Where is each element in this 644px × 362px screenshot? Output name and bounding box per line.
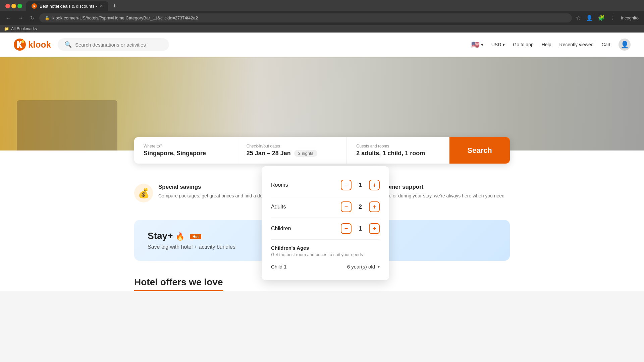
back-btn[interactable]: ←	[4, 14, 13, 22]
site-content: klook 🔍 🇺🇸 ▾ USD ▾ Go to app Help	[0, 33, 644, 291]
child1-age-row: Child 1 6 year(s) old ▾	[271, 261, 380, 272]
tab-title: Best hotel deals & discounts -	[40, 4, 97, 9]
klook-logo[interactable]: klook	[13, 38, 51, 51]
recently-viewed-link[interactable]: Recently viewed	[559, 42, 594, 47]
address-bar[interactable]: 🔒 klook.com/en-US/hotels/?spm=Home.Categ…	[39, 13, 572, 22]
new-tab-btn[interactable]: +	[110, 1, 119, 11]
window-maximize-btn[interactable]	[17, 4, 22, 8]
guests-value: 2 adults, 1 child, 1 room	[356, 150, 440, 157]
header-nav: 🇺🇸 ▾ USD ▾ Go to app Help Recently viewe…	[471, 39, 631, 51]
search-widget: Where to? Singapore, Singapore Check-in/…	[121, 137, 523, 164]
currency-selector[interactable]: USD ▾	[491, 42, 505, 47]
rooms-label: Rooms	[271, 182, 288, 188]
hero-banner	[0, 57, 644, 150]
active-tab[interactable]: k Best hotel deals & discounts - ✕	[26, 1, 108, 11]
where-to-value: Singapore, Singapore	[144, 150, 227, 157]
search-box: Where to? Singapore, Singapore Check-in/…	[134, 137, 510, 164]
adults-decrease-btn[interactable]: −	[341, 201, 352, 212]
dates-label: Check-in/out dates	[247, 144, 337, 148]
hotel-offers-title: Hotel offers we love	[134, 277, 223, 291]
stay-plus-desc: Save big with hotel + activity bundles	[148, 244, 235, 250]
menu-icon[interactable]: ⋮	[609, 13, 617, 22]
stay-plus-title: Stay+ 🔥 Hot	[148, 231, 235, 241]
header-search-bar[interactable]: 🔍	[58, 38, 169, 51]
stay-plus-content: Stay+ 🔥 Hot Save big with hotel + activi…	[148, 231, 235, 250]
window-close-btn[interactable]	[5, 4, 10, 8]
nav-actions: ☆ 👤 🧩 ⋮ Incognito	[575, 13, 640, 22]
site-header: klook 🔍 🇺🇸 ▾ USD ▾ Go to app Help	[0, 33, 644, 57]
child1-age-value: 6 year(s) old	[347, 264, 375, 269]
currency-arrow: ▾	[502, 42, 505, 47]
dates-field[interactable]: Check-in/out dates 25 Jan – 28 Jan 3 nig…	[237, 137, 347, 164]
child1-age-selector[interactable]: 6 year(s) old ▾	[347, 264, 380, 269]
chevron-down-icon: ▾	[378, 264, 380, 269]
search-input[interactable]	[75, 42, 162, 48]
where-to-label: Where to?	[144, 144, 227, 148]
bookmarks-bar: 📁 All Bookmarks	[0, 25, 644, 33]
rooms-value: 1	[357, 182, 364, 189]
children-counter: − 1 +	[341, 223, 380, 234]
currency-label: USD	[491, 42, 501, 47]
nights-badge: 3 nights	[294, 150, 318, 157]
dates-value: 25 Jan – 28 Jan	[247, 150, 291, 157]
guests-label: Guests and rooms	[356, 144, 440, 148]
guests-dropdown: Rooms − 1 + Adults − 2 +	[262, 166, 389, 280]
help-link[interactable]: Help	[542, 42, 551, 47]
flag-icon: 🇺🇸	[471, 41, 480, 49]
hero-furniture	[17, 100, 117, 150]
children-row: Children − 1 +	[271, 218, 380, 240]
hot-badge: Hot	[190, 234, 201, 239]
search-button[interactable]: Search	[449, 137, 510, 164]
lock-icon: 🔒	[45, 16, 50, 20]
window-minimize-btn[interactable]	[11, 4, 16, 8]
url-text: klook.com/en-US/hotels/?spm=Home.Categor…	[52, 15, 198, 20]
children-ages-desc: Get the best room and prices to suit you…	[271, 252, 380, 257]
tab-close-btn[interactable]: ✕	[100, 4, 103, 8]
forward-btn[interactable]: →	[16, 14, 25, 22]
search-icon: 🔍	[64, 41, 72, 48]
adults-counter: − 2 +	[341, 201, 380, 212]
children-ages-section: Children's Ages Get the best room and pr…	[271, 240, 380, 272]
rooms-counter: − 1 +	[341, 180, 380, 190]
avatar-icon: 👤	[621, 41, 629, 49]
logo-text: klook	[28, 40, 51, 50]
adults-row: Adults − 2 +	[271, 196, 380, 218]
nav-bar: ← → ↻ 🔒 klook.com/en-US/hotels/?spm=Home…	[0, 11, 644, 25]
extensions-icon[interactable]: 🧩	[597, 13, 606, 22]
refresh-btn[interactable]: ↻	[28, 13, 37, 22]
svg-point-1	[21, 40, 24, 43]
bookmark-star-icon[interactable]: ☆	[575, 13, 582, 22]
guests-field[interactable]: Guests and rooms 2 adults, 1 child, 1 ro…	[347, 137, 449, 164]
adults-value: 2	[357, 203, 364, 210]
logo-icon	[13, 38, 26, 51]
user-avatar[interactable]: 👤	[619, 39, 631, 51]
profile-icon[interactable]: 👤	[585, 13, 594, 22]
cart-link[interactable]: Cart	[602, 42, 610, 47]
tab-bar: k Best hotel deals & discounts - ✕ +	[0, 0, 644, 11]
rooms-row: Rooms − 1 +	[271, 174, 380, 196]
where-to-field[interactable]: Where to? Singapore, Singapore	[134, 137, 237, 164]
adults-label: Adults	[271, 204, 286, 210]
tab-favicon: k	[32, 3, 37, 9]
children-decrease-btn[interactable]: −	[341, 223, 352, 234]
children-ages-title: Children's Ages	[271, 245, 380, 251]
language-selector[interactable]: 🇺🇸 ▾	[471, 41, 483, 49]
browser-chrome: k Best hotel deals & discounts - ✕ + ← →…	[0, 0, 644, 33]
children-value: 1	[357, 225, 364, 232]
dates-value-row: 25 Jan – 28 Jan 3 nights	[247, 150, 337, 157]
children-label: Children	[271, 226, 291, 232]
incognito-label: Incognito	[620, 14, 640, 22]
rooms-increase-btn[interactable]: +	[369, 180, 380, 190]
bookmarks-folder-icon: 📁	[4, 26, 9, 31]
language-arrow: ▾	[481, 42, 483, 47]
bookmarks-label[interactable]: All Bookmarks	[11, 26, 37, 31]
children-increase-btn[interactable]: +	[369, 223, 380, 234]
adults-increase-btn[interactable]: +	[369, 201, 380, 212]
go-to-app-link[interactable]: Go to app	[513, 42, 534, 47]
child1-label: Child 1	[271, 264, 287, 269]
rooms-decrease-btn[interactable]: −	[341, 180, 352, 190]
savings-icon: 💰	[134, 184, 153, 202]
